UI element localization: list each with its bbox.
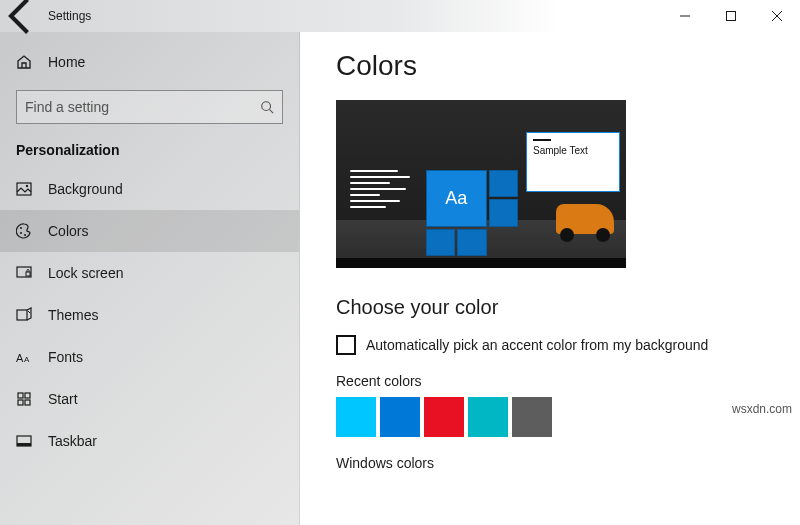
- sidebar-item-themes[interactable]: Themes: [0, 294, 299, 336]
- window-title: Settings: [44, 9, 91, 23]
- auto-accent-checkbox[interactable]: Automatically pick an accent color from …: [336, 335, 772, 355]
- color-swatch[interactable]: [512, 397, 552, 437]
- watermark-text: wsxdn.com: [732, 402, 792, 416]
- svg-point-4: [20, 227, 22, 229]
- section-title: Personalization: [0, 138, 299, 168]
- start-icon: [16, 391, 32, 407]
- svg-rect-15: [25, 400, 30, 405]
- minimize-button[interactable]: [662, 0, 708, 32]
- preview-tile: [426, 229, 455, 256]
- home-icon: [16, 54, 32, 70]
- preview-tile-big: Aa: [426, 170, 487, 227]
- svg-rect-9: [17, 310, 27, 320]
- content-pane: Colors Aa Sample Text: [300, 32, 800, 525]
- svg-rect-12: [18, 393, 23, 398]
- settings-window: Settings Home Find a setting Personali: [0, 0, 800, 525]
- sidebar: Home Find a setting Personalization Back…: [0, 32, 300, 525]
- color-preview: Aa Sample Text: [336, 100, 626, 268]
- svg-rect-8: [26, 272, 30, 276]
- windows-colors-label: Windows colors: [336, 455, 772, 471]
- sidebar-item-colors[interactable]: Colors: [0, 210, 299, 252]
- color-swatch[interactable]: [380, 397, 420, 437]
- taskbar-icon: [16, 433, 32, 449]
- window-body: Home Find a setting Personalization Back…: [0, 32, 800, 525]
- choose-color-heading: Choose your color: [336, 296, 772, 319]
- svg-rect-2: [17, 183, 31, 195]
- svg-point-6: [24, 234, 26, 236]
- preview-tile: [457, 229, 486, 256]
- page-title: Colors: [336, 50, 772, 82]
- sidebar-item-taskbar[interactable]: Taskbar: [0, 420, 299, 462]
- preview-start-menu-list: [350, 170, 420, 208]
- svg-rect-17: [17, 443, 31, 446]
- svg-point-1: [262, 102, 271, 111]
- sidebar-item-fonts[interactable]: AA Fonts: [0, 336, 299, 378]
- sidebar-item-lock-screen[interactable]: Lock screen: [0, 252, 299, 294]
- back-button[interactable]: [0, 0, 44, 32]
- svg-rect-14: [18, 400, 23, 405]
- preview-tile: [489, 170, 518, 197]
- search-placeholder: Find a setting: [25, 99, 260, 115]
- preview-taskbar: [336, 258, 626, 268]
- arrow-left-icon: [0, 0, 44, 38]
- maximize-icon: [726, 11, 736, 21]
- color-swatch[interactable]: [336, 397, 376, 437]
- recent-colors-label: Recent colors: [336, 373, 772, 389]
- home-label: Home: [48, 54, 85, 70]
- sidebar-item-label: Background: [48, 181, 123, 197]
- window-controls: [662, 0, 800, 32]
- preview-start-tiles: Aa: [426, 170, 518, 256]
- auto-accent-label: Automatically pick an accent color from …: [366, 337, 708, 353]
- sidebar-item-background[interactable]: Background: [0, 168, 299, 210]
- home-button[interactable]: Home: [0, 42, 299, 82]
- minimize-icon: [680, 11, 690, 21]
- svg-text:A: A: [16, 352, 24, 364]
- recent-colors-row: [336, 397, 772, 437]
- color-swatch[interactable]: [424, 397, 464, 437]
- search-input[interactable]: Find a setting: [16, 90, 283, 124]
- search-icon: [260, 100, 274, 114]
- checkbox-box-icon: [336, 335, 356, 355]
- palette-icon: [16, 223, 32, 239]
- preview-sample-text: Sample Text: [533, 145, 588, 156]
- preview-car: [556, 204, 614, 234]
- maximize-button[interactable]: [708, 0, 754, 32]
- color-swatch[interactable]: [468, 397, 508, 437]
- picture-icon: [16, 181, 32, 197]
- sidebar-item-label: Taskbar: [48, 433, 97, 449]
- sidebar-item-start[interactable]: Start: [0, 378, 299, 420]
- sidebar-item-label: Start: [48, 391, 78, 407]
- sidebar-item-label: Lock screen: [48, 265, 123, 281]
- fonts-icon: AA: [16, 349, 32, 365]
- sidebar-item-label: Colors: [48, 223, 88, 239]
- svg-rect-0: [727, 12, 736, 21]
- svg-rect-13: [25, 393, 30, 398]
- close-icon: [772, 11, 782, 21]
- preview-tile: [489, 199, 518, 226]
- svg-point-3: [26, 185, 28, 187]
- close-button[interactable]: [754, 0, 800, 32]
- monitor-icon: [16, 265, 32, 281]
- svg-point-5: [20, 232, 22, 234]
- svg-text:A: A: [24, 355, 30, 364]
- sidebar-item-label: Themes: [48, 307, 99, 323]
- sidebar-item-label: Fonts: [48, 349, 83, 365]
- themes-icon: [16, 307, 32, 323]
- preview-sample-window: Sample Text: [526, 132, 620, 192]
- titlebar: Settings: [0, 0, 800, 32]
